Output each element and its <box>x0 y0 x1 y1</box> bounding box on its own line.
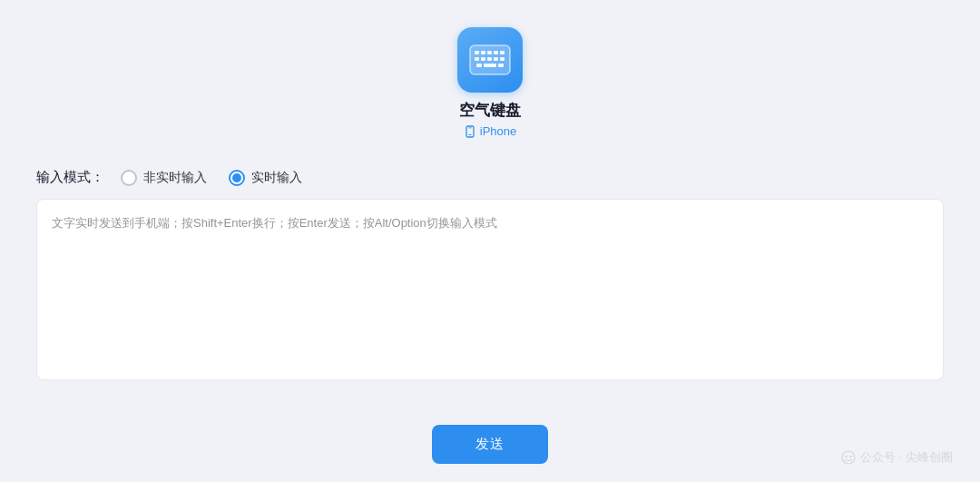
svg-rect-6 <box>500 51 505 54</box>
device-label: iPhone <box>480 124 516 138</box>
radio-label-non-realtime: 非实时输入 <box>143 170 207 186</box>
radio-circle-realtime <box>229 170 245 186</box>
svg-rect-2 <box>475 51 479 54</box>
svg-rect-10 <box>494 57 498 61</box>
svg-rect-7 <box>475 57 479 61</box>
wechat-icon <box>841 450 856 465</box>
app-icon <box>457 27 523 93</box>
svg-point-18 <box>842 451 855 464</box>
textarea-wrapper: 文字实时发送到手机端；按Shift+Enter换行；按Enter发送；按Alt/… <box>36 199 944 380</box>
svg-rect-11 <box>500 57 505 61</box>
keyboard-icon-svg <box>468 42 512 78</box>
svg-point-20 <box>849 456 851 457</box>
radio-group: 非实时输入 实时输入 <box>121 170 302 186</box>
svg-rect-17 <box>468 127 472 128</box>
watermark-text: 公众号 · 尖峰创圈 <box>860 449 953 466</box>
textarea-container: 文字实时发送到手机端；按Shift+Enter换行；按Enter发送；按Alt/… <box>18 199 962 410</box>
send-button[interactable]: 发送 <box>432 425 548 464</box>
svg-rect-12 <box>476 64 482 67</box>
input-mode-label: 输入模式： <box>36 169 104 186</box>
app-header: 空气键盘 iPhone <box>457 27 523 138</box>
bottom-bar: 发送 公众号 · 尖峰创圈 <box>0 410 980 482</box>
app-device-link[interactable]: iPhone <box>464 124 516 138</box>
watermark: 公众号 · 尖峰创圈 <box>841 449 953 466</box>
radio-non-realtime[interactable]: 非实时输入 <box>121 170 207 186</box>
text-input[interactable] <box>37 200 943 379</box>
svg-point-19 <box>845 456 847 457</box>
input-mode-bar: 输入模式： 非实时输入 实时输入 <box>18 156 962 199</box>
radio-label-realtime: 实时输入 <box>251 170 302 186</box>
svg-rect-5 <box>494 51 498 54</box>
iphone-icon <box>464 125 476 138</box>
svg-rect-4 <box>487 51 492 54</box>
svg-rect-13 <box>484 64 496 67</box>
svg-rect-8 <box>481 57 485 61</box>
radio-circle-non-realtime <box>121 170 137 186</box>
radio-realtime[interactable]: 实时输入 <box>229 170 302 186</box>
svg-rect-14 <box>498 64 504 67</box>
svg-rect-16 <box>468 134 471 135</box>
main-container: 空气键盘 iPhone 输入模式： 非实时输入 实时输入 文字实时发送到 <box>0 0 980 482</box>
app-name: 空气键盘 <box>459 100 521 121</box>
svg-rect-9 <box>487 57 492 61</box>
svg-rect-3 <box>481 51 485 54</box>
